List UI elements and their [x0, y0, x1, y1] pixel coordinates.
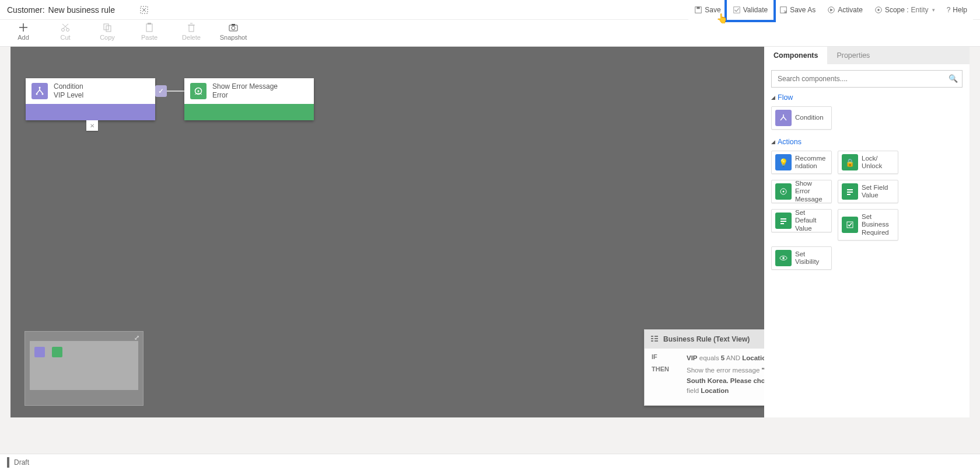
collapse-icon: ◢ [771, 95, 775, 100]
group-actions-label: Actions [778, 138, 802, 146]
svg-rect-38 [847, 192, 853, 193]
minimap-viewport[interactable] [30, 341, 138, 390]
collapse-icon: ◢ [771, 139, 775, 145]
status-bar: Draft [0, 454, 980, 470]
set-bus-req-label: Set Business Required [862, 213, 889, 236]
then-keyword: THEN [652, 365, 678, 396]
condition-subtitle: VIP Level [54, 91, 83, 100]
condition-node[interactable]: Condition VIP Level [26, 78, 155, 120]
component-condition[interactable]: Condition [771, 106, 832, 130]
error-node[interactable]: Show Error Message Error [184, 78, 314, 120]
paste-button[interactable]: Paste [136, 22, 162, 41]
condition-comp-icon [775, 110, 792, 126]
validate-button[interactable]: Validate [727, 0, 774, 20]
header-bar: Customer: Save Validate Save As Activate… [0, 0, 980, 20]
svg-rect-30 [654, 336, 658, 337]
cut-button[interactable]: Cut [52, 22, 78, 41]
group-actions-header[interactable]: ◢ Actions [771, 138, 802, 146]
delete-label: Delete [182, 34, 201, 41]
copy-label: Copy [100, 34, 115, 41]
help-icon: ? [947, 6, 951, 14]
save-button[interactable]: Save [688, 0, 726, 20]
svg-rect-39 [847, 194, 850, 195]
minimap[interactable]: ⤢ [24, 331, 144, 406]
svg-point-8 [62, 29, 65, 32]
validate-label: Validate [743, 6, 768, 14]
component-set-default-value[interactable]: Set Default Value [771, 209, 832, 232]
rule-title-input[interactable] [48, 5, 136, 15]
toolbar: Add Cut Copy Paste Delete Snapshot [0, 20, 980, 47]
svg-rect-17 [232, 24, 235, 26]
copy-button[interactable]: Copy [94, 22, 120, 41]
lock-label: Lock/ Unlock [862, 155, 882, 170]
svg-rect-41 [780, 221, 786, 222]
recommendation-icon: 💡 [775, 154, 792, 170]
recommendation-label: Recomme ndation [795, 155, 825, 170]
help-label: Help [953, 6, 967, 14]
activate-button[interactable]: Activate [821, 0, 869, 20]
cut-label: Cut [60, 34, 70, 41]
field-value-icon [842, 183, 858, 200]
side-panel: Components Properties 🔍 ◢ Flow Condition… [764, 47, 970, 417]
svg-rect-12 [146, 24, 152, 32]
status-state: Draft [14, 458, 29, 466]
lock-icon: 🔒 [842, 154, 858, 170]
error-subtitle: Error [212, 91, 278, 100]
error-node-foot [184, 104, 314, 120]
search-icon[interactable]: 🔍 [949, 74, 958, 83]
connector-check-icon[interactable]: ✓ [155, 85, 167, 97]
components-panel: 🔍 ◢ Flow Condition ◢ Actions 💡 Recomme n… [764, 64, 970, 417]
svg-point-24 [39, 87, 41, 89]
side-tabs: Components Properties [764, 47, 970, 64]
component-search-input[interactable] [771, 70, 963, 88]
condition-false-tab[interactable]: ✕ [86, 120, 98, 131]
tab-properties[interactable]: Properties [827, 47, 879, 64]
component-lock-unlock[interactable]: 🔒 Lock/ Unlock [838, 151, 898, 174]
svg-point-16 [232, 26, 235, 30]
activate-label: Activate [838, 6, 863, 14]
svg-point-26 [198, 90, 200, 92]
condition-title: Condition [54, 82, 83, 91]
text-view-title: Business Rule (Text View) [663, 335, 750, 343]
svg-rect-2 [697, 6, 700, 9]
svg-rect-29 [651, 340, 653, 342]
delete-button[interactable]: Delete [178, 22, 204, 41]
visibility-icon [775, 250, 792, 266]
show-error-label: Show Error Message [795, 180, 828, 203]
save-as-label: Save As [790, 6, 816, 14]
component-show-error[interactable]: Show Error Message [771, 180, 832, 203]
component-set-visibility[interactable]: Set Visibility [771, 246, 832, 270]
expand-title-icon[interactable] [139, 5, 149, 15]
condition-node-head: Condition VIP Level [26, 78, 155, 104]
svg-rect-27 [651, 336, 653, 337]
svg-point-36 [783, 191, 785, 193]
entity-label: Customer: [7, 5, 45, 15]
default-value-icon [775, 213, 792, 229]
help-button[interactable]: ? Help [941, 0, 973, 20]
error-node-head: Show Error Message Error [184, 78, 314, 104]
condition-node-icon [32, 83, 48, 99]
svg-point-45 [782, 257, 785, 259]
snapshot-button[interactable]: Snapshot [220, 22, 246, 41]
condition-node-foot [26, 104, 155, 120]
header-left: Customer: [7, 5, 149, 15]
scope-button[interactable]: Scope : Entity ▾ [869, 0, 941, 20]
component-recommendation[interactable]: 💡 Recomme ndation [771, 151, 832, 174]
set-vis-label: Set Visibility [795, 250, 819, 266]
save-as-button[interactable]: Save As [774, 0, 821, 20]
component-set-business-required[interactable]: Set Business Required [838, 209, 898, 241]
tab-components[interactable]: Components [764, 47, 827, 64]
group-flow-label: Flow [778, 93, 793, 102]
svg-point-7 [877, 9, 880, 11]
paste-label: Paste [141, 34, 158, 41]
error-node-icon [190, 83, 206, 99]
component-search: 🔍 [771, 70, 963, 88]
component-set-field-value[interactable]: Set Field Value [838, 180, 898, 203]
minimap-node-condition [34, 347, 45, 357]
svg-point-23 [42, 93, 44, 95]
flow-components: Condition [771, 106, 963, 130]
save-label: Save [705, 6, 720, 14]
group-flow-header[interactable]: ◢ Flow [771, 93, 793, 102]
add-button[interactable]: Add [10, 22, 36, 41]
add-label: Add [18, 34, 29, 41]
